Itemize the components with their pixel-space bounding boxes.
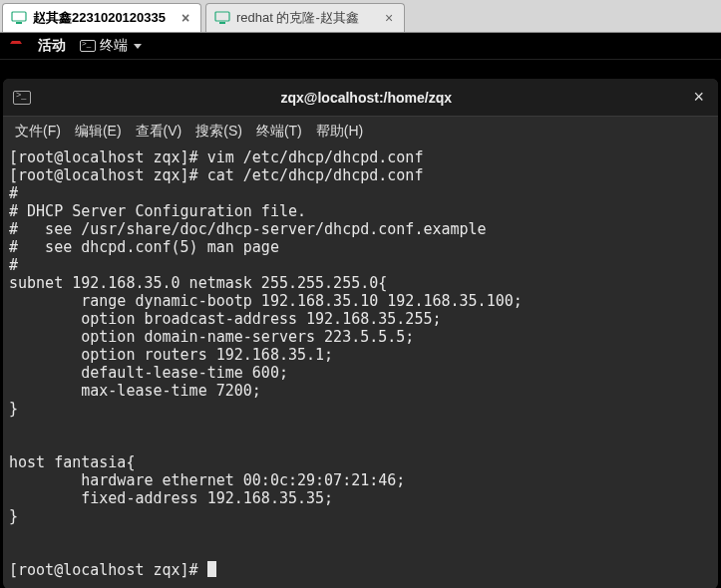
terminal-icon [80, 40, 96, 52]
distro-logo-icon[interactable] [8, 38, 24, 54]
menu-file[interactable]: 文件(F) [15, 123, 61, 141]
terminal-launcher[interactable]: 终端 [80, 37, 142, 55]
terminal-body[interactable]: [root@localhost zqx]# vim /etc/dhcp/dhcp… [3, 147, 718, 588]
svg-rect-0 [12, 12, 26, 21]
svg-rect-3 [219, 22, 225, 24]
svg-rect-2 [215, 12, 229, 21]
activities-button[interactable]: 活动 [38, 37, 66, 55]
vm-tab-inactive[interactable]: redhat 的克隆-赵其鑫 × [205, 3, 405, 32]
vm-tab-active-close-icon[interactable]: × [179, 11, 192, 25]
vm-tab-inactive-label: redhat 的克隆-赵其鑫 [236, 9, 376, 27]
gnome-top-bar: 活动 终端 [0, 33, 721, 60]
terminal-title: zqx@localhost:/home/zqx [43, 90, 689, 106]
chevron-down-icon [134, 44, 142, 49]
menu-search[interactable]: 搜索(S) [195, 123, 242, 141]
terminal-window: zqx@localhost:/home/zqx × 文件(F) 编辑(E) 查看… [3, 79, 718, 588]
vm-tab-active[interactable]: 赵其鑫2231020120335 × [2, 3, 201, 32]
menu-edit[interactable]: 编辑(E) [75, 123, 122, 141]
menu-help[interactable]: 帮助(H) [316, 123, 363, 141]
terminal-titlebar[interactable]: zqx@localhost:/home/zqx × [3, 79, 718, 117]
vm-tab-active-label: 赵其鑫2231020120335 [33, 9, 173, 27]
terminal-title-icon [13, 91, 31, 105]
vm-tab-monitor-icon [11, 10, 27, 26]
terminal-launcher-label: 终端 [100, 37, 128, 55]
svg-rect-1 [16, 22, 22, 24]
menu-view[interactable]: 查看(V) [136, 123, 182, 141]
window-close-icon[interactable]: × [689, 87, 708, 108]
terminal-menubar: 文件(F) 编辑(E) 查看(V) 搜索(S) 终端(T) 帮助(H) [3, 117, 718, 147]
vm-tabs: 赵其鑫2231020120335 × redhat 的克隆-赵其鑫 × [0, 0, 721, 33]
terminal-cursor [207, 561, 216, 577]
vm-tab-inactive-close-icon[interactable]: × [382, 11, 396, 25]
vm-tab-monitor-icon [214, 10, 230, 26]
menu-terminal[interactable]: 终端(T) [256, 123, 302, 141]
